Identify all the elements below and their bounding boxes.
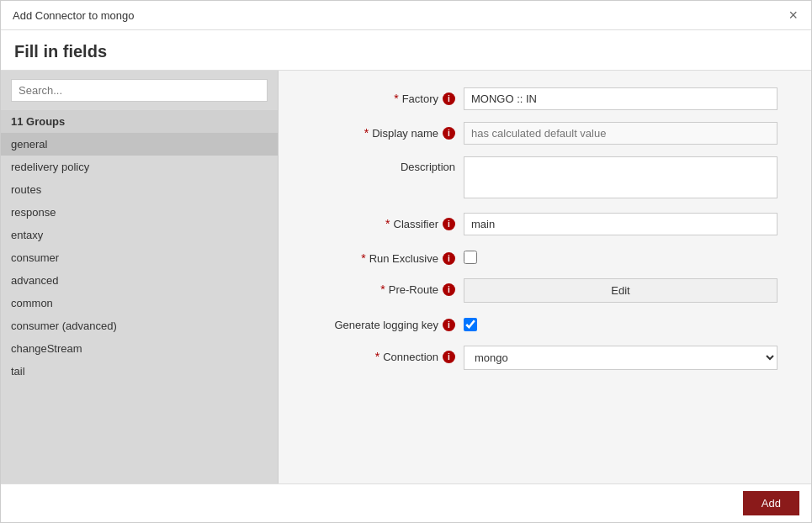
dialog-title: Add Connector to mongo <box>13 9 135 22</box>
classifier-row: * Classifier i <box>295 213 778 235</box>
description-input[interactable] <box>464 156 778 198</box>
required-star: * <box>361 251 365 265</box>
description-label: Description <box>295 156 464 173</box>
pre-route-edit-button[interactable]: Edit <box>464 278 778 303</box>
search-input[interactable] <box>11 79 268 102</box>
description-row: Description <box>295 156 778 201</box>
pre-route-control: Edit <box>464 278 778 303</box>
run-exclusive-label-text: Run Exclusive <box>369 252 438 265</box>
connection-info-icon[interactable]: i <box>443 351 455 363</box>
connection-row: * Connection i mongo <box>295 346 778 370</box>
run-exclusive-info-icon[interactable]: i <box>443 252 455 265</box>
sidebar-item-tail[interactable]: tail <box>1 360 278 383</box>
factory-label: * Factory i <box>295 87 464 105</box>
factory-label-text: Factory <box>402 92 438 105</box>
sidebar-item-general[interactable]: general <box>1 133 278 156</box>
connection-select[interactable]: mongo <box>464 346 778 370</box>
sidebar-item-response[interactable]: response <box>1 201 278 224</box>
classifier-info-icon[interactable]: i <box>443 218 455 230</box>
connection-label: * Connection i <box>295 346 464 363</box>
sidebar-item-redelivery-policy[interactable]: redelivery policy <box>1 156 278 178</box>
classifier-control <box>464 213 778 235</box>
dialog-body: 11 Groups general redelivery policy rout… <box>1 71 811 483</box>
pre-route-info-icon[interactable]: i <box>443 283 455 296</box>
dialog-footer: Add <box>1 483 811 522</box>
run-exclusive-checkbox[interactable] <box>464 251 477 264</box>
sidebar-item-advanced[interactable]: advanced <box>1 269 278 292</box>
description-label-text: Description <box>401 161 455 173</box>
titlebar: Add Connector to mongo × <box>1 1 811 30</box>
display-name-input[interactable] <box>464 122 778 145</box>
factory-row: * Factory i <box>295 87 778 110</box>
required-star: * <box>364 126 369 140</box>
dialog: Add Connector to mongo × Fill in fields … <box>0 0 812 523</box>
logging-key-label-text: Generate logging key <box>334 319 438 331</box>
pre-route-label: * Pre-Route i <box>295 278 464 296</box>
pre-route-label-text: Pre-Route <box>389 283 438 296</box>
display-name-label: * Display name i <box>295 122 464 140</box>
run-exclusive-row: * Run Exclusive i <box>295 247 778 267</box>
sidebar-item-routes[interactable]: routes <box>1 178 278 201</box>
sidebar-item-entaxy[interactable]: entaxy <box>1 224 278 246</box>
required-star: * <box>394 92 398 105</box>
logging-key-label: Generate logging key i <box>295 314 464 331</box>
classifier-label-text: Classifier <box>394 218 438 230</box>
close-button[interactable]: × <box>787 8 799 23</box>
connection-label-text: Connection <box>383 351 438 363</box>
required-star: * <box>375 350 379 363</box>
logging-key-control <box>464 314 778 334</box>
sidebar-item-common[interactable]: common <box>1 292 278 314</box>
description-control <box>464 156 778 201</box>
logging-key-checkbox[interactable] <box>464 318 477 331</box>
run-exclusive-label: * Run Exclusive i <box>295 247 464 265</box>
page-title: Fill in fields <box>1 30 811 71</box>
logging-key-row: Generate logging key i <box>295 314 778 334</box>
logging-key-info-icon[interactable]: i <box>443 319 455 331</box>
required-star: * <box>385 217 390 230</box>
search-container <box>1 71 278 110</box>
add-button[interactable]: Add <box>743 491 799 515</box>
factory-control <box>464 87 778 110</box>
sidebar-item-consumer-advanced[interactable]: consumer (advanced) <box>1 314 278 337</box>
required-star: * <box>380 283 385 296</box>
sidebar-item-consumer[interactable]: consumer <box>1 246 278 269</box>
sidebar-item-changestream[interactable]: changeStream <box>1 337 278 360</box>
classifier-label: * Classifier i <box>295 213 464 230</box>
classifier-input[interactable] <box>464 213 778 235</box>
form-area: * Factory i * Display name i <box>279 71 811 483</box>
run-exclusive-control <box>464 247 778 267</box>
sidebar: 11 Groups general redelivery policy rout… <box>1 71 279 483</box>
display-name-info-icon[interactable]: i <box>443 127 455 140</box>
groups-header: 11 Groups <box>1 110 278 133</box>
display-name-label-text: Display name <box>372 127 438 140</box>
display-name-row: * Display name i <box>295 122 778 145</box>
connection-control: mongo <box>464 346 778 370</box>
display-name-control <box>464 122 778 145</box>
pre-route-row: * Pre-Route i Edit <box>295 278 778 303</box>
factory-info-icon[interactable]: i <box>443 92 455 105</box>
factory-input[interactable] <box>464 87 778 110</box>
